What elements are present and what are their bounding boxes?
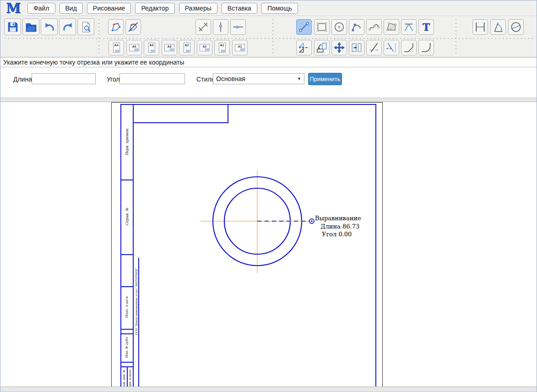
menu-dimensions[interactable]: Размеры [179, 3, 217, 14]
linear-dimension-icon [474, 21, 486, 33]
select-contour-icon [110, 21, 122, 33]
titleblock-label-podp-i-data-2: Подп. и дата [128, 365, 132, 387]
hatch-tool-button[interactable] [384, 19, 399, 35]
aux-vertical-line-icon [215, 21, 227, 33]
toolbar-separator-2 [272, 18, 274, 55]
line-tool-button[interactable] [296, 19, 312, 35]
chamfer-tool-icon [403, 42, 415, 54]
properties-panel: Длина Угол Стиль Основная ▼ Применить [0, 67, 537, 98]
snap-tooltip-angle: Угол 0.00 [322, 231, 352, 238]
menu-view[interactable]: Вид [60, 3, 83, 14]
copy-tool-button[interactable] [349, 40, 364, 55]
panel-canvas-divider [0, 98, 537, 102]
save-button[interactable] [4, 18, 21, 35]
open-folder-icon [25, 21, 37, 33]
angle-input[interactable] [119, 73, 185, 84]
format-a4-portrait-button[interactable]: A4 [108, 40, 124, 55]
mirror-tool-icon [298, 42, 310, 54]
menu-draw[interactable]: Рисование [87, 3, 131, 14]
diameter-dimension-button[interactable] [508, 19, 524, 35]
undo-button[interactable] [41, 18, 58, 35]
extend-tool-button[interactable] [366, 40, 382, 55]
sheet-a3-portrait-icon: A3 [148, 43, 155, 53]
aux-parallel-line-button[interactable] [195, 19, 211, 35]
line-tool-icon [298, 21, 310, 33]
circle-tool-icon [333, 21, 345, 33]
menu-help[interactable]: Помощь [261, 3, 298, 14]
chevron-down-icon: ▼ [297, 76, 301, 81]
style-select[interactable]: Основная ▼ [213, 73, 304, 84]
move-tool-button[interactable] [331, 40, 347, 55]
spline-tool-icon [368, 21, 380, 33]
select-contour-button[interactable] [108, 19, 124, 35]
format-a1-landscape-button[interactable]: A1 [232, 40, 248, 55]
mirror-tool-button[interactable] [296, 40, 312, 55]
svg-text:T: T [423, 22, 430, 33]
select-contour-segment-icon [127, 21, 139, 33]
snap-marker-icon [309, 219, 314, 223]
format-a3-portrait-button[interactable]: A3 [144, 40, 159, 55]
rotate-tool-button[interactable] [314, 40, 330, 55]
sheet-a4-landscape-icon: A4 [129, 44, 139, 51]
style-label: Стиль [196, 76, 215, 83]
spline-tool-button[interactable] [366, 19, 382, 35]
print-preview-button[interactable] [77, 18, 94, 35]
aux-horizontal-line-icon [232, 21, 244, 33]
sheet-a1-landscape-icon: A1 [235, 44, 245, 51]
format-a3-landscape-button[interactable]: A3 [162, 40, 177, 55]
toolbar-separator-3 [455, 18, 457, 55]
snap-tooltip-label: Выравнивание [315, 215, 361, 222]
fillet-tool-icon [420, 42, 432, 54]
drawing-canvas[interactable]: Перв. примен. Справ. № Подп. и дата Инв.… [0, 102, 537, 387]
extend-tool-icon [368, 42, 380, 54]
status-bar: Укажите конечную точку отрезка или укажи… [0, 57, 537, 67]
rectangle-tool-button[interactable] [314, 19, 330, 35]
status-message: Укажите конечную точку отрезка или укажи… [3, 59, 184, 66]
aux-vertical-line-button[interactable] [213, 19, 228, 35]
toolbar-handle-horizontal [3, 38, 534, 39]
titleblock-label-vzam-inv: Взам. инв. № [122, 365, 126, 387]
app-logo: M [6, 1, 20, 15]
circle-tool-button[interactable] [331, 19, 347, 35]
move-tool-icon [333, 42, 345, 54]
polyline-tool-button[interactable] [401, 19, 417, 35]
bezier-tool-button[interactable] [349, 19, 364, 35]
angular-dimension-button[interactable] [490, 19, 506, 35]
aux-horizontal-line-button[interactable] [230, 19, 246, 35]
toolbar-separator-1 [98, 18, 100, 55]
redo-button[interactable] [59, 18, 76, 35]
menu-editor[interactable]: Редактор [135, 3, 174, 14]
chamfer-tool-button[interactable] [401, 40, 417, 55]
angular-dimension-icon [492, 21, 504, 33]
trim-tool-icon [385, 42, 397, 54]
toolbar: A4 A4 A3 A3 A2 A2 A1 A1 [0, 16, 537, 57]
fillet-tool-button[interactable] [418, 40, 434, 55]
rotate-tool-icon [316, 42, 328, 54]
select-contour-segment-button[interactable] [125, 19, 141, 35]
aux-parallel-line-icon [197, 21, 209, 33]
menu-bar: M Файл Вид Рисование Редактор Размеры Вс… [0, 0, 537, 16]
trim-tool-button[interactable] [384, 40, 399, 55]
diameter-dimension-icon [510, 21, 522, 33]
format-a2-landscape-button[interactable]: A2 [197, 40, 212, 55]
undo-icon [43, 21, 55, 33]
text-tool-icon: T [420, 21, 432, 33]
save-icon [7, 21, 19, 33]
sheet-a2-landscape-icon: A2 [200, 44, 210, 51]
format-a4-landscape-button[interactable]: A4 [126, 40, 142, 55]
format-a2-portrait-button[interactable]: A2 [179, 40, 195, 55]
polyline-tool-icon [403, 21, 415, 33]
open-button[interactable] [22, 18, 39, 35]
menu-insert[interactable]: Вставка [222, 3, 257, 14]
menu-file[interactable]: Файл [27, 3, 55, 14]
format-a1-portrait-button[interactable]: A1 [214, 40, 230, 55]
sheet-a2-portrait-icon: A2 [184, 43, 190, 53]
angle-label: Угол [107, 76, 120, 83]
linear-dimension-button[interactable] [472, 19, 488, 35]
sheet-a1-portrait-icon: A1 [219, 43, 226, 53]
frame-watermark: ООО "Центр инженерных услуг "ИНТЕРМЕХ" [135, 263, 138, 341]
print-preview-icon [80, 21, 92, 33]
apply-button[interactable]: Применить [308, 73, 342, 85]
text-tool-button[interactable]: T [418, 19, 434, 35]
length-input[interactable] [32, 73, 96, 84]
